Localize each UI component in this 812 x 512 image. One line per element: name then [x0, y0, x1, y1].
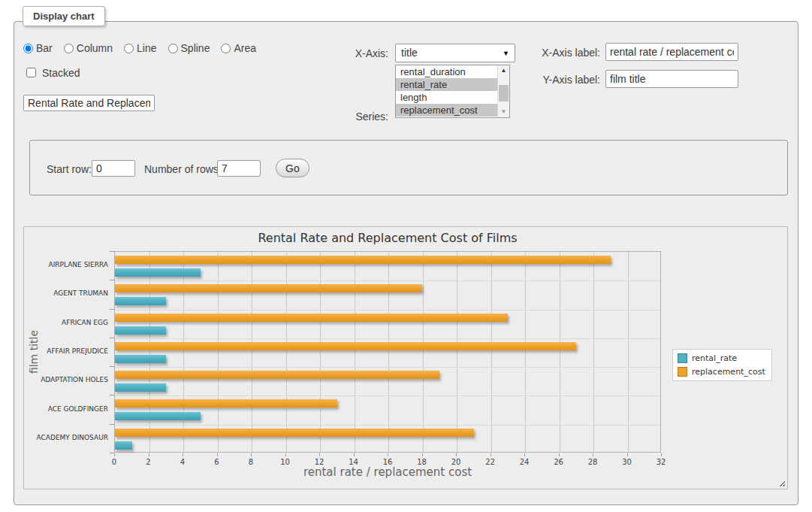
chart-type-option-spline[interactable]: Spline	[168, 42, 210, 54]
y-axis-tick	[110, 366, 114, 367]
bar-rental-rate[interactable]	[115, 326, 166, 335]
x-axis-tick	[593, 453, 593, 456]
bar-rental-rate[interactable]	[115, 355, 166, 363]
x-axis-tick	[285, 453, 286, 456]
bar-replacement-cost[interactable]	[115, 399, 337, 407]
x-axis-title: rental rate / replacement cost	[114, 465, 661, 479]
display-chart-panel: BarColumnLineSplineArea Stacked X-Axis: …	[14, 21, 798, 505]
x-axis-tick	[422, 453, 423, 456]
legend-swatch	[678, 353, 687, 363]
x-tick-label: 26	[548, 458, 570, 466]
series-listbox[interactable]: rental_durationrental_ratelengthreplacem…	[395, 65, 510, 118]
radio-label: Spline	[181, 42, 210, 54]
bar-replacement-cost[interactable]	[115, 284, 422, 292]
stacked-label: Stacked	[42, 67, 80, 79]
y-axis-tick	[110, 424, 114, 425]
x-tick-label: 24	[513, 458, 536, 466]
gridline	[423, 252, 424, 452]
gridline	[628, 252, 629, 452]
gridline	[252, 252, 252, 452]
radio-column[interactable]	[64, 44, 74, 53]
gridline	[115, 338, 660, 339]
bar-replacement-cost[interactable]	[115, 371, 439, 379]
x-axis-select[interactable]: title ▼	[395, 44, 515, 62]
go-button[interactable]: Go	[276, 159, 309, 177]
x-axis-tick	[114, 453, 115, 456]
chart-title-input[interactable]	[23, 95, 155, 111]
radio-line[interactable]	[124, 44, 134, 53]
start-row-input[interactable]	[92, 160, 135, 177]
bar-rental-rate[interactable]	[115, 268, 201, 277]
bar-rental-rate[interactable]	[115, 383, 166, 392]
x-axis-label-input[interactable]	[605, 43, 738, 61]
radio-area[interactable]	[221, 44, 231, 53]
bar-replacement-cost[interactable]	[115, 429, 474, 437]
x-tick-label: 8	[240, 458, 262, 466]
x-tick-label: 30	[616, 458, 638, 466]
bar-replacement-cost[interactable]	[115, 256, 611, 264]
start-row-caption: Start row:	[47, 163, 92, 175]
radio-spline[interactable]	[168, 44, 178, 53]
category-label: AFRICAN EGG	[24, 319, 108, 326]
series-scrollbar[interactable]: ▲ ▼	[497, 65, 509, 117]
legend: rental_ratereplacement_cost	[672, 349, 772, 381]
chart-type-option-area[interactable]: Area	[221, 42, 256, 54]
chart-title: Rental Rate and Replacement Cost of Film…	[114, 231, 661, 245]
bar-rental-rate[interactable]	[115, 412, 201, 420]
bar-replacement-cost[interactable]	[115, 342, 576, 350]
gridline	[593, 252, 594, 452]
series-option[interactable]: rental_rate	[396, 78, 497, 91]
x-axis-tick	[217, 453, 218, 456]
gridline	[388, 252, 389, 452]
chart-type-option-bar[interactable]: Bar	[23, 42, 53, 54]
radio-label: Column	[77, 42, 113, 54]
x-axis-tick	[627, 453, 628, 456]
bar-rental-rate[interactable]	[115, 297, 166, 305]
gridline	[218, 252, 219, 452]
resize-handle-icon[interactable]	[777, 479, 785, 486]
x-axis-tick	[524, 453, 525, 456]
radio-bar[interactable]	[23, 44, 33, 53]
stacked-checkbox[interactable]	[26, 68, 36, 77]
legend-swatch	[678, 367, 687, 377]
scrollbar-down-icon[interactable]: ▼	[498, 107, 509, 117]
scrollbar-thumb[interactable]	[499, 85, 509, 101]
x-axis-tick	[319, 453, 320, 456]
series-option[interactable]: length	[396, 91, 497, 104]
x-tick-label: 2	[137, 458, 160, 466]
x-axis-tick	[354, 453, 355, 456]
gridline	[457, 252, 457, 452]
num-rows-input[interactable]	[217, 160, 261, 177]
x-tick-label: 20	[445, 458, 467, 466]
gridline	[355, 252, 355, 452]
x-axis-tick	[559, 453, 560, 456]
scrollbar-up-icon[interactable]: ▲	[498, 65, 509, 76]
bar-rental-rate[interactable]	[115, 441, 132, 450]
radio-label: Bar	[36, 42, 53, 54]
x-tick-label: 28	[581, 458, 604, 466]
row-controls-box: Start row: Number of rows: Go	[29, 140, 788, 195]
x-tick-label: 22	[479, 458, 502, 466]
x-axis-tick	[491, 453, 491, 456]
gridline	[115, 280, 660, 281]
legend-item[interactable]: replacement_cost	[678, 367, 765, 377]
stacked-checkbox-row[interactable]: Stacked	[23, 65, 80, 80]
gridline	[560, 252, 560, 452]
bar-replacement-cost[interactable]	[115, 314, 508, 322]
category-label: AFFAIR PREJUDICE	[24, 347, 108, 355]
panel-legend: Display chart	[23, 6, 105, 26]
gridline	[115, 310, 660, 311]
y-axis-tick	[110, 309, 114, 310]
chart-type-option-line[interactable]: Line	[124, 42, 156, 54]
series-option[interactable]: rental_duration	[396, 65, 497, 78]
y-axis-tick	[110, 338, 114, 338]
series-option[interactable]: replacement_cost	[396, 104, 497, 117]
category-label: ADAPTATION HOLES	[24, 376, 108, 383]
legend-item[interactable]: rental_rate	[678, 353, 765, 363]
legend-label: replacement_cost	[692, 367, 765, 377]
y-axis-label-input[interactable]	[605, 70, 738, 88]
x-tick-label: 16	[376, 458, 399, 466]
chart-type-option-column[interactable]: Column	[64, 42, 113, 54]
x-axis-tick	[251, 453, 252, 456]
x-tick-label: 12	[308, 458, 331, 466]
